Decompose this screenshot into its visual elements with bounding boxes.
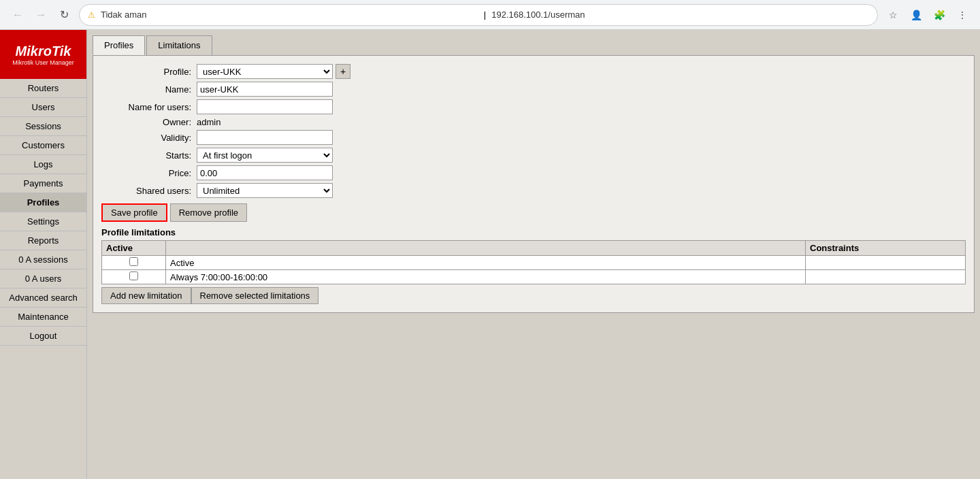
name-field [197,82,333,97]
name-for-users-input[interactable] [197,99,333,114]
security-icon: ⚠ [88,10,95,20]
profile-label: Profile: [101,67,197,77]
sidebar-item-settings[interactable]: Settings [0,212,86,231]
reload-button[interactable]: ↻ [54,5,74,24]
name-label: Name: [101,84,197,95]
name-input[interactable] [197,82,333,97]
sidebar-item-advanced-search[interactable]: Advanced search [0,288,86,308]
sidebar-item-profiles[interactable]: Profiles [0,193,86,212]
logo-sub: Mikrotik User Manager [12,59,74,66]
bookmark-button[interactable]: ☆ [883,5,902,24]
bottom-buttons: Add new limitation Remove selected limit… [101,287,966,304]
table-row: Active [102,256,966,270]
owner-field: admin [197,117,220,127]
form-row-price: Price: [101,165,966,180]
add-profile-button[interactable]: + [336,64,350,79]
form-row-validity: Validity: [101,130,966,145]
tab-limitations[interactable]: Limitations [146,35,212,55]
sidebar-item-0-a-sessions[interactable]: 0 A sessions [0,250,86,269]
sidebar: MikroTik Mikrotik User Manager Routers U… [0,30,87,479]
row-1-constraints [806,256,966,270]
sidebar-item-logs[interactable]: Logs [0,155,86,174]
col-active: Active [102,241,166,256]
sidebar-item-customers[interactable]: Customers [0,136,86,155]
owner-value: admin [197,117,220,127]
sidebar-item-payments[interactable]: Payments [0,174,86,193]
form-row-shared-users: Shared users: Unlimited 1 2 5 10 [101,183,966,198]
content-panel: Profile: user-UKK + Name: [93,55,975,313]
extension-button[interactable]: 🧩 [930,5,949,24]
table-row: Always 7:00:00-16:00:00 [102,270,966,284]
action-buttons: Save profile Remove profile [101,203,966,222]
form-row-profile: Profile: user-UKK + [101,64,966,79]
starts-label: Starts: [101,150,197,161]
url-separator: | [484,10,486,20]
row-2-constraints [806,270,966,284]
price-field [197,165,333,180]
browser-actions: ☆ 👤 🧩 ⋮ [883,5,972,24]
main-content: Profiles Limitations Profile: user-UKK + [87,30,980,479]
profile-form: Profile: user-UKK + Name: [101,64,966,198]
sidebar-nav: Routers Users Sessions Customers Logs Pa… [0,79,86,346]
form-row-name-for-users: Name for users: [101,99,966,114]
form-row-owner: Owner: admin [101,117,966,127]
name-for-users-label: Name for users: [101,102,197,112]
form-row-name: Name: [101,82,966,97]
sidebar-item-sessions[interactable]: Sessions [0,117,86,136]
shared-users-label: Shared users: [101,186,197,196]
starts-field: At first logon Immediately [197,148,333,163]
starts-select[interactable]: At first logon Immediately [197,148,333,163]
logo-text: MikroTik [16,44,71,59]
active-checkbox-cell [102,256,166,270]
row-2-active-checkbox[interactable] [129,271,138,280]
sidebar-item-maintenance[interactable]: Maintenance [0,308,86,327]
menu-button[interactable]: ⋮ [953,5,972,24]
sidebar-item-0-a-users[interactable]: 0 A users [0,269,86,288]
address-bar[interactable]: ⚠ Tidak aman | 192.168.100.1/userman [79,4,878,26]
name-for-users-field [197,99,333,114]
nav-buttons: ← → ↻ [8,5,74,24]
add-limitation-button[interactable]: Add new limitation [101,287,191,304]
shared-users-select[interactable]: Unlimited 1 2 5 10 [197,183,333,198]
remove-limitation-button[interactable]: Remove selected limitations [191,287,319,304]
save-profile-button[interactable]: Save profile [101,203,167,222]
row-2-name: Always 7:00:00-16:00:00 [166,270,806,284]
security-label: Tidak aman [101,10,478,20]
sidebar-logo: MikroTik Mikrotik User Manager [0,30,86,79]
sidebar-item-reports[interactable]: Reports [0,231,86,250]
back-button[interactable]: ← [8,5,27,24]
col-constraints: Constraints [806,241,966,256]
tabs: Profiles Limitations [93,35,975,55]
sidebar-item-users[interactable]: Users [0,98,86,117]
shared-users-field: Unlimited 1 2 5 10 [197,183,333,198]
profile-select[interactable]: user-UKK [197,64,333,79]
form-row-starts: Starts: At first logon Immediately [101,148,966,163]
limitations-table: Active Constraints Active [101,240,966,284]
remove-profile-button[interactable]: Remove profile [170,203,247,222]
price-input[interactable] [197,165,333,180]
row-1-name: Active [166,256,806,270]
forward-button[interactable]: → [31,5,50,24]
validity-label: Validity: [101,133,197,143]
profile-button[interactable]: 👤 [906,5,926,24]
profile-field: user-UKK + [197,64,350,79]
validity-input[interactable] [197,130,333,145]
app-container: MikroTik Mikrotik User Manager Routers U… [0,30,980,479]
profile-limitations-title: Profile limitations [101,227,966,237]
browser-chrome: ← → ↻ ⚠ Tidak aman | 192.168.100.1/userm… [0,0,980,30]
row-1-active-checkbox[interactable] [129,257,138,266]
sidebar-item-routers[interactable]: Routers [0,79,86,98]
url-display: 192.168.100.1/userman [491,10,869,20]
validity-field [197,130,333,145]
sidebar-item-logout[interactable]: Logout [0,327,86,346]
tab-profiles[interactable]: Profiles [93,35,145,55]
active-checkbox-cell-2 [102,270,166,284]
col-name [166,241,806,256]
owner-label: Owner: [101,117,197,127]
price-label: Price: [101,168,197,178]
limitations-header-row: Active Constraints [102,241,966,256]
